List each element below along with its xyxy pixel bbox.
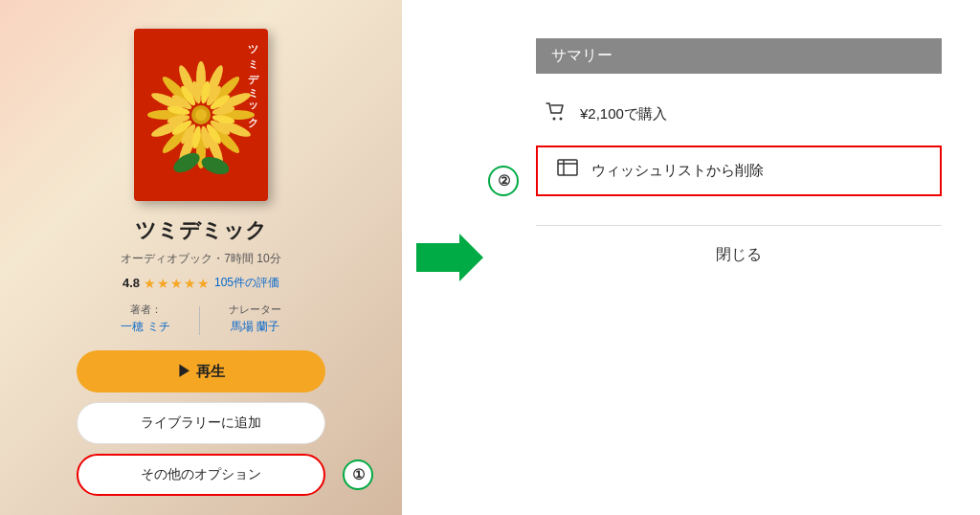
svg-marker-36 [416,234,483,281]
svg-point-37 [553,118,556,121]
right-panel: サマリー ¥2,100で購入 ② ウィッシュリストから削除 閉じる [498,0,980,515]
author-label: 著者： [121,302,169,317]
rating-row: 4.8 ★★★★★ 105件の評価 [122,275,279,291]
wishlist-icon [557,159,578,183]
price-text: ¥2,100で購入 [580,105,667,123]
svg-point-38 [560,118,563,121]
badge-1: ① [343,459,373,490]
rating-number: 4.8 [122,276,140,290]
summary-header: サマリー [536,38,942,74]
options-button[interactable]: その他のオプション [77,454,325,496]
close-button[interactable]: 閉じる [536,245,942,265]
badge-2: ② [488,166,519,196]
wishlist-item[interactable]: ウィッシュリストから削除 [536,146,942,196]
narrator-label: ナレーター [229,302,281,317]
author-col: 著者： 一穂 ミチ [121,302,169,335]
book-title-vertical: ツミデミック [246,38,260,124]
arrow-container [402,0,498,515]
stars: ★★★★★ [144,276,211,291]
author-row: 著者： 一穂 ミチ ナレーター 馬場 蘭子 [121,302,280,335]
divider [536,225,942,226]
author-name: 一穂 ミチ [121,319,169,335]
review-count: 105件の評価 [214,275,279,291]
library-button[interactable]: ライブラリーに追加 [77,402,325,444]
wishlist-text: ウィッシュリストから削除 [591,162,764,180]
book-main-title: ツミデミック [135,216,267,245]
book-cover: ツミデミック [134,29,268,201]
cart-icon [546,102,567,126]
price-item: ¥2,100で購入 [536,102,942,126]
book-meta: オーディオブック・7時間 10分 [121,251,280,267]
green-arrow-icon [416,234,483,281]
play-button[interactable]: ▶ 再生 [77,350,325,392]
author-divider [199,306,200,335]
svg-point-33 [195,109,207,121]
svg-rect-39 [558,160,577,175]
narrator-col: ナレーター 馬場 蘭子 [229,302,281,335]
narrator-name: 馬場 蘭子 [229,319,281,335]
left-panel: ツミデミック ツミデミック オーディオブック・7時間 10分 4.8 ★★★★★… [0,0,402,515]
